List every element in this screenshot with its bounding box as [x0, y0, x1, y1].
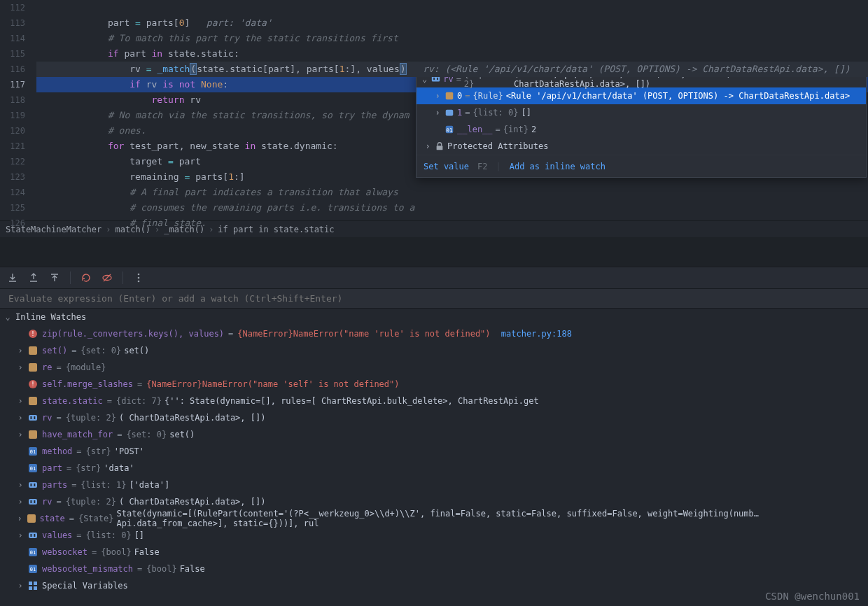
watch-row[interactable]: › parts={list: 1} ['data'] — [0, 477, 868, 493]
line-number: 119 — [0, 108, 25, 123]
line-number: 123 — [0, 169, 25, 185]
chevron-right-icon[interactable]: › — [15, 413, 25, 423]
chevron-right-icon[interactable]: › — [15, 530, 25, 540]
code-line[interactable]: remaining = parts[1:] — [36, 169, 868, 185]
svg-point-12 — [138, 281, 140, 283]
watch-row[interactable]: › values={list: 0} [] — [0, 527, 868, 544]
svg-rect-29 — [31, 484, 32, 486]
watch-row[interactable]: › rv={tuple: 2} ( ChartDataRestApi.data>… — [0, 409, 868, 426]
type-icon — [28, 530, 39, 540]
code-line[interactable]: # ones. — [36, 123, 868, 139]
code-line[interactable]: if part in state.static: — [36, 46, 868, 62]
code-line[interactable] — [36, 0, 868, 15]
type-icon — [28, 346, 39, 355]
type-icon — [28, 480, 39, 490]
watch-row[interactable]: › ! zip(rule._converters.keys(), values)… — [0, 325, 868, 342]
watch-row[interactable]: › 01 part={str} 'data' — [0, 460, 868, 477]
watch-row[interactable]: › 01 websocket={bool} False — [0, 544, 868, 561]
type-icon: 01 — [28, 446, 39, 456]
watch-row[interactable]: › 01 websocket_mismatch={bool} False — [0, 561, 868, 577]
evaluate-expression-bar[interactable] — [0, 289, 868, 309]
line-number: 118 — [0, 92, 25, 108]
watch-row[interactable]: › state={State} State(dynamic=[(RulePart… — [0, 510, 868, 527]
chevron-right-icon[interactable]: › — [15, 396, 25, 406]
watch-row[interactable]: › 01 method={str} 'POST' — [0, 443, 868, 460]
watch-row[interactable]: › re={module} — [0, 359, 868, 376]
chevron-right-icon[interactable]: › — [15, 514, 24, 523]
type-icon — [28, 396, 39, 406]
watch-row[interactable]: › state.static={dict: 7} {'': State(dyna… — [0, 393, 868, 409]
more-icon[interactable] — [133, 272, 144, 283]
chevron-right-icon[interactable]: › — [15, 581, 25, 591]
code-line[interactable]: for test_part, new_state in state.dynami… — [36, 139, 868, 154]
code-line[interactable]: rv = _match(state.static[part], parts[1:… — [36, 62, 868, 77]
watch-row[interactable]: › Special Variables — [0, 577, 868, 594]
type-icon — [27, 514, 36, 523]
svg-rect-28 — [29, 482, 37, 488]
watch-row[interactable]: › have_match_for={set: 0} set() — [0, 426, 868, 443]
code-area[interactable]: part = parts[0] part: 'data' # To match … — [36, 0, 868, 220]
watch-row[interactable]: › ! self.merge_slashes={NameError}NameEr… — [0, 376, 868, 393]
line-number: 120 — [0, 123, 25, 139]
type-icon — [28, 413, 39, 423]
svg-text:01: 01 — [30, 466, 36, 472]
download-icon[interactable] — [7, 272, 18, 283]
watch-row[interactable]: › set()={set: 0} set() — [0, 342, 868, 359]
svg-text:01: 01 — [30, 550, 36, 556]
inline-watches-header[interactable]: ⌄ Inline Watches — [0, 309, 868, 325]
type-icon: ! — [28, 379, 39, 389]
chevron-right-icon[interactable]: › — [15, 362, 25, 372]
error-icon: ! — [28, 329, 39, 339]
eye-off-icon[interactable] — [102, 272, 113, 283]
debug-toolbar — [0, 267, 868, 289]
import-icon[interactable] — [28, 272, 39, 283]
watermark: CSDN @wenchun001 — [765, 591, 860, 602]
evaluate-expression-input[interactable] — [8, 293, 860, 304]
svg-rect-21 — [31, 416, 32, 419]
line-number: 113 — [0, 15, 25, 31]
code-line[interactable]: # No match via the static transitions, s… — [36, 108, 868, 123]
chevron-right-icon[interactable]: › — [15, 497, 25, 507]
line-number: 125 — [0, 200, 25, 216]
svg-rect-31 — [29, 499, 37, 505]
refresh-icon[interactable] — [80, 272, 92, 283]
svg-rect-22 — [34, 416, 36, 419]
type-icon — [28, 581, 39, 591]
upload-icon[interactable] — [49, 272, 60, 283]
line-number: 116 — [0, 62, 25, 77]
code-line[interactable]: part = parts[0] part: 'data' — [36, 15, 868, 31]
svg-rect-30 — [34, 484, 36, 486]
svg-rect-45 — [34, 586, 37, 590]
svg-rect-33 — [34, 500, 36, 503]
pane-spacer — [0, 237, 868, 267]
code-line[interactable]: target = part — [36, 154, 868, 169]
code-line[interactable]: # consumes the remaining parts i.e. tran… — [36, 200, 868, 216]
code-line[interactable]: return rv — [36, 92, 868, 108]
code-line[interactable]: # To match this part try the static tran… — [36, 31, 868, 46]
code-line[interactable]: # final state. — [36, 216, 868, 231]
code-editor[interactable]: 112 113 114 115 116 117 118 119 120 121 … — [0, 0, 868, 220]
chevron-right-icon[interactable]: › — [15, 346, 25, 355]
svg-rect-37 — [34, 534, 36, 537]
code-line[interactable]: # A final part indicates a transition th… — [36, 185, 868, 200]
watch-row[interactable]: › rv={tuple: 2} ( ChartDataRestApi.data>… — [0, 493, 868, 510]
svg-text:!: ! — [31, 381, 34, 388]
type-icon: 01 — [28, 547, 39, 557]
svg-rect-20 — [29, 415, 37, 421]
type-icon — [28, 497, 39, 507]
svg-rect-23 — [29, 430, 37, 439]
watches-panel[interactable]: ⌄ Inline Watches › ! zip(rule._converter… — [0, 309, 868, 606]
svg-point-11 — [138, 277, 140, 279]
code-line[interactable]: if rv is not None: — [36, 77, 868, 92]
type-icon — [28, 430, 39, 439]
svg-text:01: 01 — [30, 567, 36, 572]
line-number: 122 — [0, 154, 25, 169]
line-number: 114 — [0, 31, 25, 46]
svg-rect-44 — [29, 586, 32, 590]
chevron-down-icon[interactable]: ⌄ — [3, 312, 13, 322]
type-icon: 01 — [28, 463, 39, 473]
source-link[interactable]: matcher.py:188 — [501, 329, 572, 339]
type-icon: 01 — [28, 564, 39, 574]
chevron-right-icon[interactable]: › — [15, 480, 25, 490]
chevron-right-icon[interactable]: › — [15, 430, 25, 439]
